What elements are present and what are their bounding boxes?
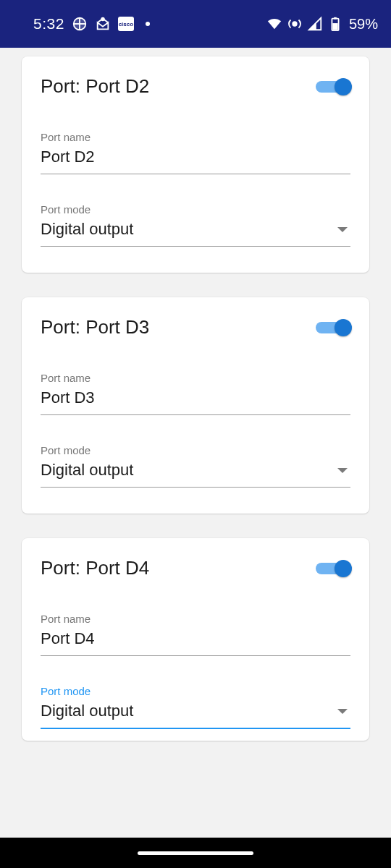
battery-percent: 59% [349,16,378,33]
port-card: Port: Port D3 Port name Port D3 Port mod… [22,297,369,514]
port-mode-select[interactable]: Digital output [41,220,133,239]
port-title: Port: Port D2 [41,75,149,98]
home-gesture-pill[interactable] [138,851,253,855]
port-name-input[interactable]: Port D2 [41,148,95,166]
port-name-field[interactable]: Port name Port D4 [41,613,350,656]
chevron-down-icon [337,468,348,473]
port-name-input[interactable]: Port D4 [41,629,95,648]
port-name-field[interactable]: Port name Port D2 [41,131,350,174]
field-label: Port mode [41,685,350,697]
envelope-icon [95,16,111,32]
port-toggle[interactable] [316,559,350,578]
port-title: Port: Port D3 [41,316,149,339]
hotspot-icon [287,16,303,32]
svg-rect-7 [332,23,337,30]
port-mode-field[interactable]: Port mode Digital output [41,203,350,247]
app-badge: cisco [118,17,134,31]
port-mode-field[interactable]: Port mode Digital output [41,685,350,729]
port-toggle[interactable] [316,318,350,337]
chevron-down-icon [337,227,348,232]
status-right: 59% [266,16,378,33]
field-label: Port mode [41,203,350,216]
port-mode-select[interactable]: Digital output [41,461,133,480]
wifi-icon [266,16,282,32]
port-name-field[interactable]: Port name Port D3 [41,372,350,415]
battery-icon [327,16,343,32]
status-bar: 5:32 cisco [0,0,391,48]
android-nav-bar[interactable] [0,838,391,868]
field-label: Port name [41,372,350,384]
field-label: Port name [41,613,350,625]
port-card: Port: Port D4 Port name Port D4 Port mod… [22,538,369,741]
port-mode-select[interactable]: Digital output [41,702,133,720]
svg-rect-6 [334,17,337,20]
port-title: Port: Port D4 [41,557,149,579]
signal-icon [307,16,323,32]
port-toggle[interactable] [316,77,350,96]
field-label: Port name [41,131,350,143]
chevron-down-icon [337,709,348,714]
clock: 5:32 [33,15,64,33]
field-label: Port mode [41,444,350,456]
port-mode-field[interactable]: Port mode Digital output [41,444,350,488]
more-notifications-dot [146,22,150,26]
port-name-input[interactable]: Port D3 [41,388,95,407]
content-scroll[interactable]: Port: Port D2 Port name Port D2 Port mod… [0,48,391,838]
svg-point-4 [293,22,297,26]
port-card: Port: Port D2 Port name Port D2 Port mod… [22,56,369,273]
pinwheel-icon [72,16,88,32]
status-left: 5:32 cisco [33,15,150,33]
